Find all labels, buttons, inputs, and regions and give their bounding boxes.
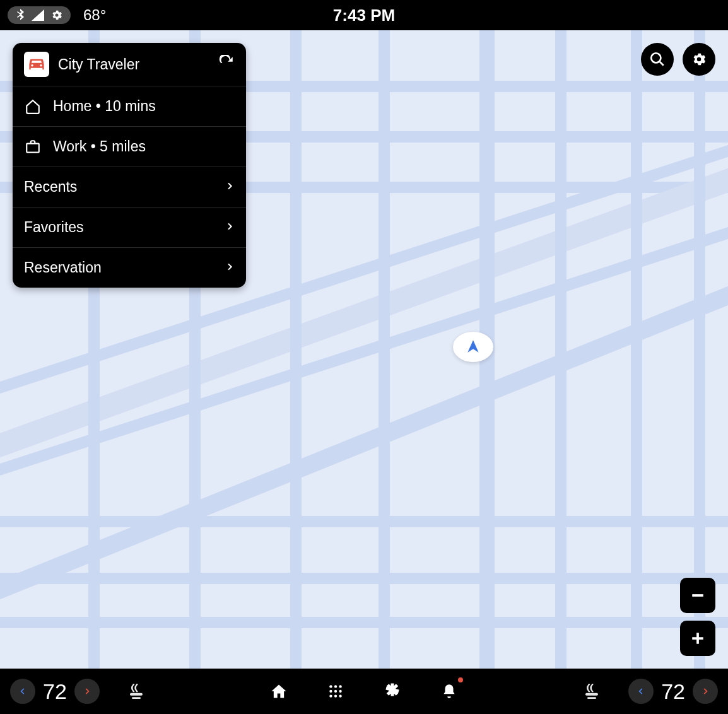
destination-work-label: Work • 5 miles <box>53 138 235 155</box>
destination-home[interactable]: Home • 10 mins <box>13 86 246 127</box>
navigation-panel: City Traveler Home • 10 mins Work • 5 mi… <box>13 43 246 288</box>
svg-point-1 <box>651 53 660 62</box>
svg-point-9 <box>334 694 337 697</box>
temp-down-left[interactable] <box>10 679 35 704</box>
left-temp-value: 72 <box>43 679 67 704</box>
zoom-controls <box>680 578 715 656</box>
menu-recents[interactable]: Recents <box>13 167 246 208</box>
svg-point-3 <box>334 685 337 688</box>
menu-recents-label: Recents <box>24 178 225 196</box>
panel-header: City Traveler <box>13 43 246 86</box>
chevron-right-icon <box>225 221 235 234</box>
menu-reservation-label: Reservation <box>24 259 225 276</box>
svg-point-2 <box>329 685 332 688</box>
svg-point-10 <box>339 694 341 697</box>
zoom-in-button[interactable] <box>680 621 715 656</box>
temp-up-right[interactable] <box>693 679 718 704</box>
left-seat-heat-icon[interactable] <box>124 679 149 704</box>
app-icon <box>24 52 49 77</box>
right-seat-heat-icon[interactable] <box>579 679 604 704</box>
destination-home-label: Home • 10 mins <box>53 98 235 115</box>
bluetooth-icon <box>15 9 25 21</box>
map-canvas[interactable]: City Traveler Home • 10 mins Work • 5 mi… <box>0 30 728 669</box>
outside-temperature: 68° <box>83 6 106 24</box>
status-pill <box>8 6 71 24</box>
refresh-button[interactable] <box>218 55 235 74</box>
menu-reservation[interactable]: Reservation <box>13 248 246 288</box>
gear-icon <box>50 9 63 21</box>
status-bar: 68° 7:43 PM <box>0 0 728 30</box>
menu-favorites-label: Favorites <box>24 219 225 236</box>
temp-up-left[interactable] <box>74 679 100 704</box>
destination-work[interactable]: Work • 5 miles <box>13 127 246 167</box>
hvac-button[interactable] <box>380 679 405 704</box>
briefcase-icon <box>24 139 42 155</box>
zoom-out-button[interactable] <box>680 578 715 613</box>
svg-point-5 <box>329 690 332 693</box>
chevron-right-icon <box>225 181 235 194</box>
current-location-marker <box>453 332 493 362</box>
chevron-right-icon <box>225 262 235 274</box>
clock: 7:43 PM <box>333 6 395 25</box>
temp-down-right[interactable] <box>628 679 654 704</box>
signal-icon <box>32 9 44 21</box>
home-icon <box>24 98 42 115</box>
settings-button[interactable] <box>683 43 715 76</box>
svg-point-6 <box>334 690 337 693</box>
svg-point-4 <box>339 685 341 688</box>
notifications-button[interactable] <box>437 679 462 704</box>
app-title: City Traveler <box>58 56 218 73</box>
menu-favorites[interactable]: Favorites <box>13 208 246 248</box>
home-button[interactable] <box>266 679 291 704</box>
right-temp-value: 72 <box>661 679 685 704</box>
system-bar: 72 72 <box>0 669 728 714</box>
system-center-icons <box>266 679 462 704</box>
map-top-controls <box>641 43 715 76</box>
left-climate: 72 <box>10 679 149 704</box>
apps-button[interactable] <box>323 679 348 704</box>
svg-point-7 <box>339 690 341 693</box>
right-climate: 72 <box>579 679 718 704</box>
search-button[interactable] <box>641 43 674 76</box>
svg-rect-0 <box>26 143 39 152</box>
svg-point-8 <box>329 694 332 697</box>
